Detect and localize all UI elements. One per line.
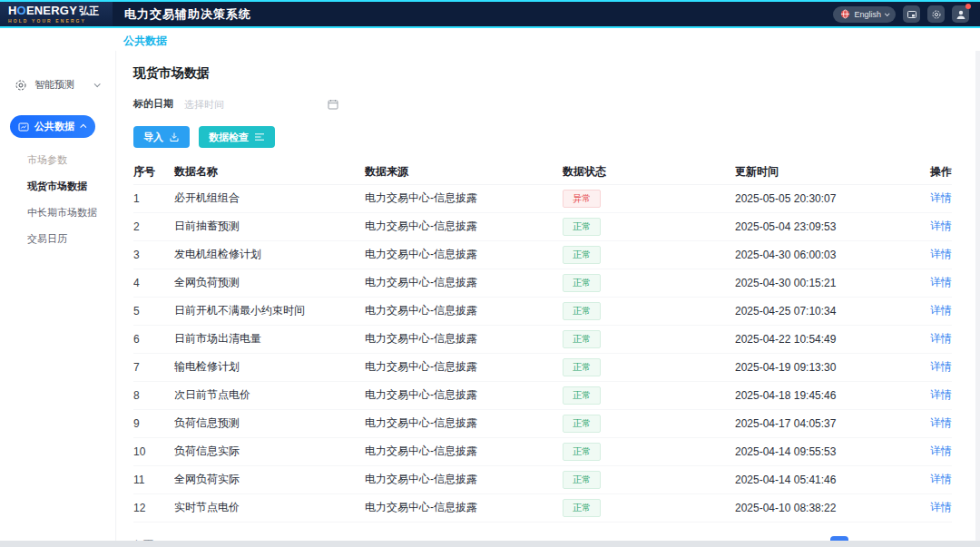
- detail-link[interactable]: 详情: [930, 388, 952, 401]
- sidebar: 智能预测 公共数据 市场参数现货市场数据中长期市场数据交易日历: [0, 51, 116, 541]
- detail-link[interactable]: 详情: [930, 444, 952, 457]
- detail-link[interactable]: 详情: [930, 360, 952, 373]
- row-action-cell: 详情: [897, 212, 952, 240]
- row-data-name: 实时节点电价: [174, 493, 365, 522]
- settings-button[interactable]: [927, 5, 945, 23]
- import-button-label: 导入: [143, 131, 163, 144]
- detail-link[interactable]: 详情: [930, 191, 952, 204]
- calendar-icon[interactable]: [328, 99, 338, 110]
- row-index: 10: [133, 437, 174, 465]
- scrollbar-track[interactable]: [975, 51, 980, 541]
- language-label: English: [854, 10, 881, 19]
- row-source: 电力交易中心-信息披露: [365, 184, 563, 212]
- status-badge: 异常: [563, 190, 601, 208]
- row-status-cell: 正常: [563, 465, 735, 493]
- row-source: 电力交易中心-信息披露: [365, 297, 563, 325]
- fullscreen-icon: [906, 9, 917, 20]
- data-check-button-label: 数据检查: [209, 131, 249, 144]
- user-menu-button[interactable]: [952, 5, 969, 23]
- row-status-cell: 正常: [563, 269, 735, 297]
- app-header: HOENERGY 弘正 HOLD YOUR ENERGY 电力交易辅助决策系统 …: [0, 0, 980, 28]
- row-update-time: 2025-04-25 07:10:34: [735, 297, 897, 325]
- table-row: 9负荷信息预测电力交易中心-信息披露正常2025-04-17 04:05:37详…: [133, 409, 952, 437]
- row-action-cell: 详情: [897, 269, 952, 297]
- status-badge: 正常: [563, 499, 601, 517]
- page-title: 现货市场数据: [133, 65, 956, 82]
- row-index: 7: [133, 353, 174, 381]
- import-button[interactable]: 导入: [133, 126, 190, 148]
- row-update-time: 2025-05-05 20:30:07: [735, 184, 897, 212]
- status-badge: 正常: [563, 415, 601, 433]
- fullscreen-button[interactable]: [903, 5, 920, 23]
- column-header: 数据名称: [174, 161, 365, 184]
- status-badge: 正常: [563, 358, 601, 376]
- sidebar-subitem[interactable]: 交易日历: [0, 226, 115, 252]
- row-update-time: 2025-04-14 05:41:46: [735, 465, 897, 493]
- detail-link[interactable]: 详情: [930, 473, 952, 485]
- header-actions: English: [833, 5, 969, 23]
- row-source: 电力交易中心-信息披露: [365, 493, 563, 522]
- sidebar-group-label: 公共数据: [34, 120, 74, 133]
- row-data-name: 负荷信息预测: [174, 409, 365, 437]
- row-index: 12: [133, 493, 174, 522]
- sidebar-subitem[interactable]: 市场参数: [0, 147, 115, 173]
- sidebar-submenu: 市场参数现货市场数据中长期市场数据交易日历: [0, 147, 115, 252]
- row-update-time: 2025-04-22 10:54:49: [735, 325, 897, 353]
- detail-link[interactable]: 详情: [930, 220, 952, 232]
- logo-text: HOENERGY: [8, 5, 77, 16]
- row-update-time: 2025-04-19 09:13:30: [735, 353, 897, 381]
- row-action-cell: 详情: [897, 240, 952, 269]
- date-picker: [184, 99, 338, 110]
- row-status-cell: 正常: [563, 353, 735, 381]
- toolbar: 导入 数据检查: [133, 126, 956, 148]
- date-label: 标的日期: [133, 97, 173, 111]
- row-action-cell: 详情: [897, 381, 952, 409]
- column-header: 数据状态: [563, 161, 735, 184]
- row-data-name: 次日前节点电价: [174, 381, 365, 409]
- chevron-down-icon: [885, 11, 890, 16]
- sidebar-group-public-data[interactable]: 公共数据: [10, 115, 95, 138]
- sidebar-subitem[interactable]: 现货市场数据: [0, 173, 115, 200]
- detail-link[interactable]: 详情: [930, 501, 952, 513]
- row-source: 电力交易中心-信息披露: [365, 212, 563, 240]
- detail-link[interactable]: 详情: [930, 248, 952, 260]
- sidebar-subitem[interactable]: 中长期市场数据: [0, 200, 115, 226]
- row-action-cell: 详情: [897, 353, 952, 381]
- logo-cn-text: 弘正: [79, 6, 99, 16]
- row-status-cell: 正常: [563, 493, 735, 522]
- row-source: 电力交易中心-信息披露: [365, 409, 563, 437]
- table-row: 12实时节点电价电力交易中心-信息披露正常2025-04-10 08:38:22…: [133, 493, 952, 522]
- status-badge: 正常: [563, 218, 601, 236]
- row-action-cell: 详情: [897, 297, 952, 325]
- language-selector[interactable]: English: [833, 6, 896, 23]
- row-update-time: 2025-04-30 06:00:03: [735, 240, 897, 269]
- row-data-name: 发电机组检修计划: [174, 240, 365, 269]
- sidebar-group-smart-forecast[interactable]: 智能预测: [15, 78, 115, 92]
- row-data-name: 日前开机不满最小约束时间: [174, 297, 365, 325]
- row-data-name: 必开机组组合: [174, 184, 365, 212]
- row-index: 6: [133, 325, 174, 353]
- brand-logo: HOENERGY 弘正 HOLD YOUR ENERGY: [0, 2, 113, 26]
- detail-link[interactable]: 详情: [930, 332, 952, 345]
- date-input[interactable]: [184, 99, 328, 110]
- table-row: 11全网负荷实际电力交易中心-信息披露正常2025-04-14 05:41:46…: [133, 465, 952, 493]
- column-header: 更新时间: [735, 161, 897, 184]
- row-update-time: 2025-04-17 04:05:37: [735, 409, 897, 437]
- row-data-name: 全网负荷预测: [174, 269, 365, 297]
- notification-dot: [965, 4, 971, 9]
- detail-link[interactable]: 详情: [930, 304, 952, 317]
- user-avatar-icon: [956, 9, 966, 20]
- status-badge: 正常: [563, 246, 601, 264]
- table-row: 1必开机组组合电力交易中心-信息披露异常2025-05-05 20:30:07详…: [133, 184, 952, 212]
- data-check-button[interactable]: 数据检查: [199, 126, 275, 148]
- row-action-cell: 详情: [897, 465, 952, 493]
- status-badge: 正常: [563, 386, 601, 405]
- status-badge: 正常: [563, 471, 601, 489]
- detail-link[interactable]: 详情: [930, 276, 952, 288]
- detail-link[interactable]: 详情: [930, 416, 952, 429]
- app-window: HOENERGY 弘正 HOLD YOUR ENERGY 电力交易辅助决策系统 …: [0, 0, 980, 547]
- tab-public-data[interactable]: 公共数据: [123, 34, 167, 49]
- row-action-cell: 详情: [897, 437, 952, 465]
- row-data-name: 输电检修计划: [174, 353, 365, 381]
- tab-bar: 公共数据: [0, 28, 980, 51]
